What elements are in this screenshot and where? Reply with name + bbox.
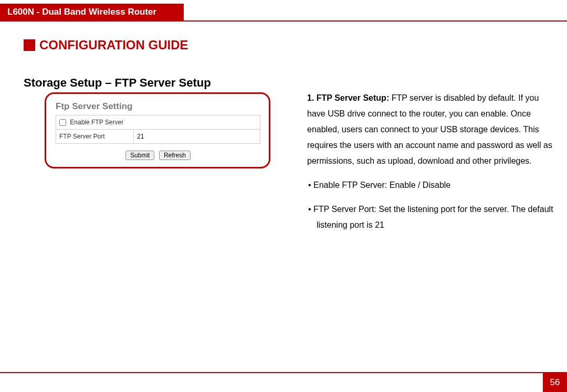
- submit-button[interactable]: Submit: [125, 151, 154, 160]
- item1-body: FTP server is disabled by default. If yo…: [307, 93, 552, 165]
- enable-ftp-checkbox[interactable]: [59, 119, 66, 126]
- item1-number: 1.: [307, 93, 314, 102]
- description-bullet-2: FTP Server Port: Set the listening port …: [297, 202, 559, 233]
- table-row: Enable FTP Server: [56, 115, 260, 130]
- page-number: 56: [550, 377, 560, 387]
- description-block: 1. FTP Server Setup: FTP server is disab…: [297, 90, 559, 241]
- guide-accent-square: [24, 39, 35, 51]
- ftp-port-value-cell: [134, 130, 260, 144]
- description-bullet-1: Enable FTP Server: Enable / Disable: [297, 177, 559, 193]
- header-rule: [0, 20, 567, 22]
- ftp-server-setting-panel: Ftp Server Setting Enable FTP Server FTP…: [45, 92, 270, 168]
- footer-rule: [0, 372, 567, 373]
- section-heading: Storage Setup – FTP Server Setup: [24, 76, 211, 90]
- ftp-port-label-cell: FTP Server Port: [56, 130, 134, 144]
- bullet2-label: FTP Server Port:: [313, 205, 376, 214]
- ftp-panel-title: Ftp Server Setting: [56, 101, 260, 112]
- header-product-label: L600N - Dual Band Wireless Router: [7, 7, 156, 17]
- guide-title: CONFIGURATION GUIDE: [39, 38, 188, 52]
- ftp-settings-table: Enable FTP Server FTP Server Port: [56, 115, 260, 144]
- ftp-button-row: Submit Refresh: [56, 150, 260, 160]
- refresh-button[interactable]: Refresh: [159, 151, 191, 160]
- ftp-port-input[interactable]: [137, 133, 257, 140]
- ftp-port-label: FTP Server Port: [59, 133, 104, 140]
- header-product-band: L600N - Dual Band Wireless Router: [0, 4, 184, 20]
- table-row: FTP Server Port: [56, 130, 260, 144]
- page-number-badge: 56: [543, 373, 567, 392]
- bullet1-body: Enable / Disable: [387, 181, 450, 189]
- bullet1-label: Enable FTP Server:: [313, 181, 387, 189]
- item1-label: FTP Server Setup:: [317, 93, 389, 102]
- enable-ftp-cell: Enable FTP Server: [56, 115, 260, 130]
- description-item-1: 1. FTP Server Setup: FTP server is disab…: [297, 90, 559, 169]
- enable-ftp-label: Enable FTP Server: [70, 119, 123, 126]
